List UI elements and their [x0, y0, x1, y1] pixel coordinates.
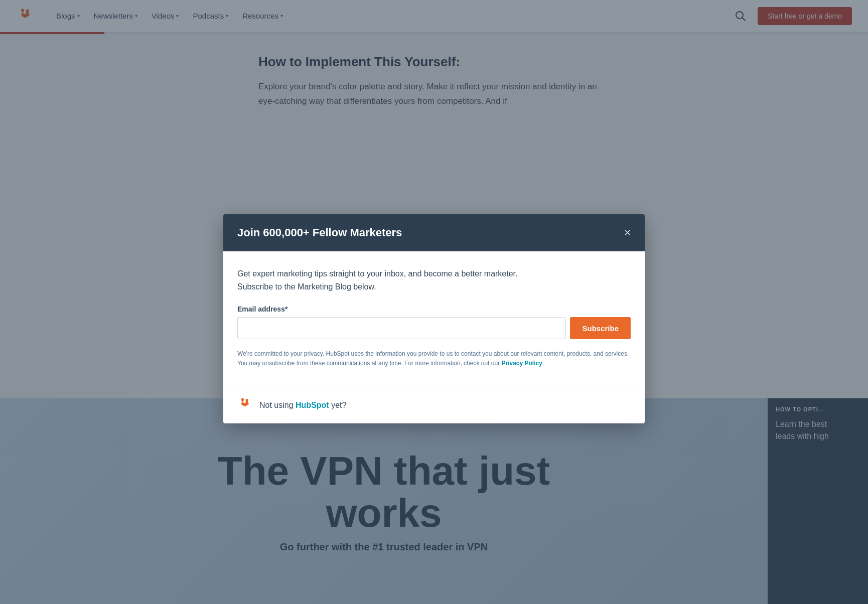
email-input[interactable]: [237, 317, 566, 339]
privacy-text: We're committed to your privacy. HubSpot…: [237, 349, 631, 368]
hubspot-footer-icon: [237, 397, 253, 413]
modal-close-button[interactable]: ×: [624, 227, 631, 238]
modal-body: Get expert marketing tips straight to yo…: [223, 251, 645, 387]
email-label: Email address*: [237, 305, 631, 313]
modal-footer: Not using HubSpot yet?: [223, 387, 645, 423]
footer-hubspot-link[interactable]: HubSpot: [296, 401, 329, 409]
subscribe-button[interactable]: Subscribe: [570, 317, 631, 339]
footer-text: Not using HubSpot yet?: [259, 401, 346, 410]
subscription-modal: Join 600,000+ Fellow Marketers × Get exp…: [223, 214, 645, 423]
privacy-policy-link[interactable]: Privacy Policy: [501, 360, 542, 367]
modal-title: Join 600,000+ Fellow Marketers: [237, 226, 402, 239]
email-row: Subscribe: [237, 317, 631, 339]
modal-description: Get expert marketing tips straight to yo…: [237, 267, 631, 293]
modal-header: Join 600,000+ Fellow Marketers ×: [223, 214, 645, 251]
